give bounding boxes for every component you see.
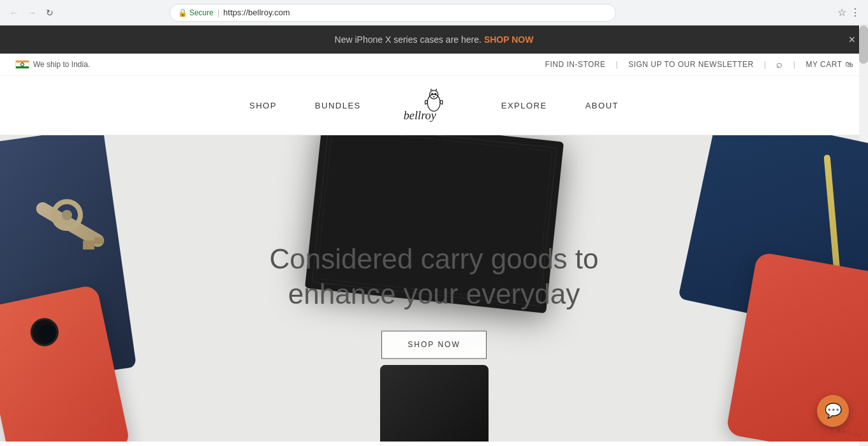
separator-1: | (616, 60, 619, 69)
browser-chrome: ← → ↻ 🔒 Secure | https://bellroy.com ☆ ⋮ (0, 0, 868, 26)
camera-lens (36, 323, 57, 344)
browser-actions: ☆ ⋮ (837, 6, 860, 19)
menu-icon[interactable]: ⋮ (850, 6, 860, 19)
india-flag-icon (15, 60, 29, 69)
search-icon[interactable]: ⌕ (776, 59, 783, 70)
svg-point-2 (431, 93, 433, 95)
announcement-text: New iPhone X series cases are here. (335, 34, 482, 45)
address-bar[interactable]: 🔒 Secure | https://bellroy.com (170, 4, 616, 22)
secure-badge: 🔒 Secure (178, 8, 214, 17)
cart-icon: 🛍 (845, 60, 853, 69)
forward-button[interactable]: → (26, 6, 38, 19)
nav-about[interactable]: ABOUT (585, 101, 619, 110)
chat-icon: 💬 (825, 403, 842, 419)
find-store-link[interactable]: FIND IN-STORE (545, 60, 606, 69)
nav-logo[interactable]: bellroy (399, 86, 463, 124)
hero-content: Considered carry goods to enhance your e… (249, 241, 619, 359)
url-text: https://bellroy.com (223, 8, 290, 17)
nav-explore[interactable]: EXPLORE (501, 101, 547, 110)
reload-button[interactable]: ↻ (43, 6, 56, 19)
chat-button[interactable]: 💬 (817, 395, 849, 427)
hero-headline: Considered carry goods to enhance your e… (249, 241, 619, 311)
bookmark-icon[interactable]: ☆ (837, 6, 846, 19)
close-announcement-button[interactable]: × (848, 33, 855, 47)
svg-text:bellroy: bellroy (403, 110, 436, 123)
key-tooth2 (94, 237, 103, 244)
utility-bar: We ship to India. FIND IN-STORE | SIGN U… (0, 54, 868, 76)
secure-label: Secure (189, 8, 214, 17)
nav-bundles[interactable]: BUNDLES (315, 101, 361, 110)
separator-3: | (793, 60, 796, 69)
cart-button[interactable]: MY CART 🛍 (805, 60, 853, 69)
camera-ring (28, 316, 61, 349)
bottom-product (380, 365, 489, 442)
utility-right: FIND IN-STORE | SIGN UP TO OUR NEWSLETTE… (545, 59, 853, 70)
announcement-bar: New iPhone X series cases are here. SHOP… (0, 26, 868, 54)
hero-section: bellroy bellroy Considered carry goods t… (0, 135, 868, 442)
svg-point-3 (434, 93, 436, 95)
newsletter-link[interactable]: SIGN UP TO OUR NEWSLETTER (628, 60, 754, 69)
key-hole (62, 210, 72, 220)
key-tooth1 (83, 241, 94, 249)
scrollbar-thumb[interactable] (859, 26, 868, 64)
back-button[interactable]: ← (8, 6, 20, 19)
nav-shop[interactable]: SHOP (249, 101, 277, 110)
ship-info: We ship to India. (15, 60, 90, 69)
flag-green-stripe (16, 66, 29, 68)
separator-2: | (764, 60, 767, 69)
announcement-cta[interactable]: SHOP NOW (484, 34, 534, 45)
cart-label: MY CART (805, 60, 842, 69)
main-navigation: SHOP BUNDLES (0, 76, 868, 135)
phone-case-brand: bellroy (837, 427, 864, 438)
nav-items: SHOP BUNDLES (38, 86, 830, 124)
hero-shop-now-button[interactable]: SHOP NOW (381, 331, 486, 359)
bellroy-logo-svg: bellroy (399, 86, 463, 124)
ship-text: We ship to India. (33, 60, 90, 69)
